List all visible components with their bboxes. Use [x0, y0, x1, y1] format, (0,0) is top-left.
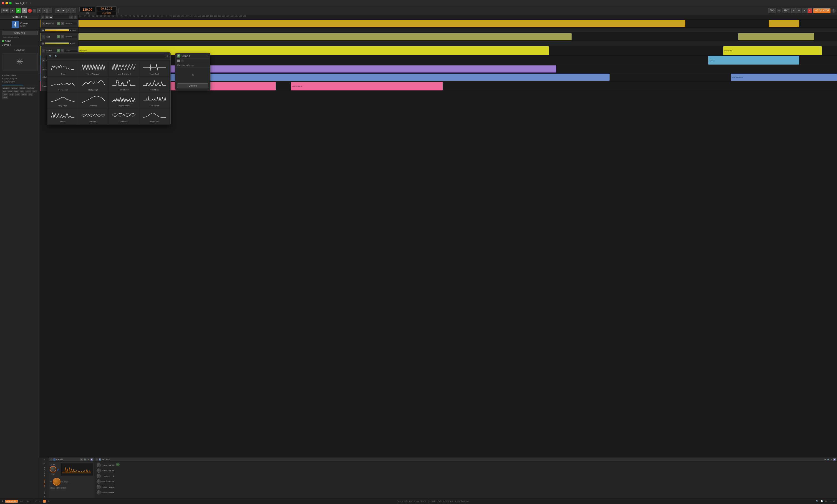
track-clip-kaputte-2[interactable]: kaputte sparse [291, 82, 443, 90]
curve-item-ghost[interactable]: Ghost [48, 61, 78, 76]
copy-button[interactable]: ⊞ [802, 8, 807, 13]
track-expand-ohh[interactable]: ▶ [42, 58, 45, 62]
mode-btn-1[interactable]: ≡ [37, 8, 41, 13]
track-clip-kickbass-1[interactable] [78, 20, 685, 27]
terrain-confirm-button[interactable]: Confirm [177, 83, 208, 88]
terrain-path[interactable]: My Library/Curves [175, 63, 210, 68]
cp-search-btn[interactable]: 🔍 [84, 458, 86, 461]
track-clip-ohh-1[interactable]: ohh #1 [708, 56, 799, 64]
cp-close-btn[interactable]: × [87, 458, 90, 461]
track-clip-hats-2[interactable] [738, 33, 814, 40]
filter-creator[interactable]: ✳ Any Creator [2, 80, 38, 83]
active-tool-icon[interactable]: □ [43, 500, 46, 503]
track-mute-hats[interactable]: M [61, 35, 64, 38]
punch-button[interactable]: P [777, 8, 781, 13]
track-input-kickbass[interactable]: No input [65, 22, 77, 25]
close-window-button[interactable] [2, 2, 4, 4]
settings-status-icon[interactable]: ⚙ [825, 500, 827, 502]
stop-button[interactable]: ■ [22, 8, 27, 13]
file-button[interactable]: FILE [1, 8, 9, 13]
cursor-btn[interactable]: ↖ [74, 16, 77, 19]
track-solo-hats[interactable]: S [57, 35, 60, 38]
tag-mono[interactable]: mono [21, 93, 27, 96]
cp-settings-btn[interactable]: ⚙ [80, 458, 83, 461]
bz-voicestack-knob[interactable] [97, 480, 101, 484]
track-expand-shaker[interactable]: ▶ [42, 49, 45, 53]
status-info-icon[interactable]: ℹ [2, 500, 3, 502]
undo-button[interactable]: ↩ [791, 8, 796, 13]
time-display[interactable]: 3:02.003 [96, 11, 117, 15]
bp-icon2[interactable]: ⊞ [43, 462, 46, 465]
click-button[interactable]: → [71, 8, 76, 13]
show-help-button[interactable]: Show Help [2, 31, 38, 35]
track-clip-hats-1[interactable] [78, 33, 572, 40]
bz-settings-btn[interactable]: ⚙ [823, 458, 826, 461]
tag-soft[interactable]: soft [20, 90, 24, 92]
modulator-button[interactable]: MODULATOR [813, 8, 831, 13]
tag-rhythmic[interactable]: rhythmic [26, 87, 35, 89]
loop-button[interactable]: ⟳ [33, 9, 36, 13]
filter-category[interactable]: ✳ Any Category [2, 77, 38, 80]
cp-power-btn[interactable] [50, 458, 53, 461]
track-lane-kickbass[interactable] [78, 20, 837, 27]
curve-browser-close[interactable]: × [166, 55, 168, 58]
curve-item-latespikes[interactable]: Late Spikes [139, 92, 170, 108]
tag-poly[interactable]: poly [28, 93, 33, 96]
bz-voices-knob[interactable] [97, 474, 101, 478]
play-button[interactable]: ▶ [16, 8, 21, 13]
bz-add-button[interactable]: + [116, 463, 120, 466]
list-view-btn[interactable]: ≡ [41, 16, 44, 19]
curve-browser-search[interactable] [53, 54, 165, 58]
curve-item-increase[interactable]: Increase [78, 92, 108, 108]
tag-fast[interactable]: fast [2, 90, 6, 92]
file-status-icon[interactable]: 📄 [821, 500, 823, 502]
grid-status-icon[interactable]: ⊞ [833, 500, 835, 502]
track-clip-shaker-2[interactable]: shaker #3 [723, 46, 822, 55]
tag-slow[interactable]: slow [7, 90, 13, 92]
clear-button[interactable]: ✕ [807, 8, 812, 13]
bp-tab-bazille[interactable]: BAZILLE [43, 478, 46, 488]
curve-item-holychurch[interactable]: Holy Church [109, 77, 139, 92]
curve-item-holystupa[interactable]: Holy Stupa [48, 92, 78, 108]
tag-bright[interactable]: bright [25, 90, 31, 92]
curve-item-hedgehog1[interactable]: Hedgehog I [48, 77, 78, 92]
tag-hard[interactable]: hard [14, 90, 19, 92]
mode-btn-2[interactable]: ⊞ [42, 8, 47, 13]
curve-item-jaggedrocks[interactable]: Jagged Rocks [109, 92, 139, 108]
arrange-tab-btn[interactable]: ARRANGE [5, 500, 18, 503]
cp-poly-btn[interactable]: POLY [60, 487, 67, 489]
list-btn[interactable]: ≡ [69, 16, 73, 19]
track-solo-btn[interactable]: S [57, 22, 60, 25]
search-status-icon[interactable]: 🔍 [816, 500, 818, 502]
cp-phase-btn[interactable]: ⇄ [57, 468, 59, 471]
slider-bar[interactable] [2, 85, 38, 86]
minimize-window-button[interactable] [5, 2, 8, 4]
filter-locations[interactable]: ✳ All Locations [2, 74, 38, 77]
bz-close-btn[interactable]: × [831, 458, 833, 461]
curve-item-mobydick[interactable]: Moby Dick [139, 108, 170, 124]
bz-power-btn[interactable] [96, 458, 98, 461]
tab-close[interactable]: × [30, 2, 31, 4]
bz-mode-knob[interactable] [97, 485, 101, 489]
bz-glidemode-knob[interactable] [97, 490, 101, 494]
forward-button[interactable]: ⏭ [61, 8, 66, 13]
metronome-button[interactable]: ♩ [67, 8, 71, 13]
curve-item-harm-triangles-2[interactable]: Harm-Triangles II [109, 61, 139, 76]
bz-output-knob-2[interactable] [97, 469, 101, 473]
position-display[interactable]: 99.3.2.36 [96, 6, 117, 11]
curve-browser[interactable]: 🔍 × Ghost Harm-Triangles I [47, 52, 171, 125]
play-label-button[interactable]: ▶ [10, 8, 15, 13]
bz-output-knob-1[interactable] [97, 463, 101, 467]
curve-item-mirrored1[interactable]: Mirrored I [78, 108, 108, 124]
mode-btn-3[interactable]: ▬ [47, 8, 52, 13]
curve-item-harm-triangles-1[interactable]: Harm-Triangles I [78, 61, 108, 76]
tag-acoustic[interactable]: acoustic [2, 87, 10, 89]
cp-add-icon[interactable]: + [68, 481, 69, 483]
tag-glide[interactable]: glide [15, 93, 20, 96]
track-mute-btn[interactable]: M [61, 22, 64, 25]
cp-freq-label[interactable]: Hz [51, 473, 55, 475]
curve-item-heartbeat[interactable]: Heart Beat [139, 61, 170, 76]
record-button[interactable]: ● [28, 8, 32, 13]
terrain-panel[interactable]: T Terrain 1 × + My Library/Curves lfo Co… [175, 53, 210, 90]
tag-dark[interactable]: dark [32, 90, 37, 92]
